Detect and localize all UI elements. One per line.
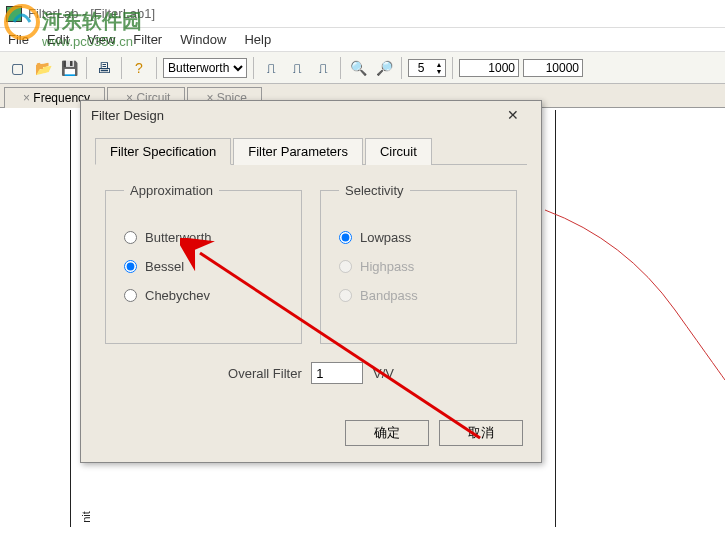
approximation-select[interactable]: Butterworth xyxy=(163,58,247,78)
radio-bandpass: Bandpass xyxy=(339,288,498,303)
spec-panel: Approximation Butterworth Bessel Chebych… xyxy=(95,165,527,396)
tab-filter-parameters[interactable]: Filter Parameters xyxy=(233,138,363,165)
menu-edit[interactable]: Edit xyxy=(47,32,69,47)
toolbar: ▢ 📂 💾 🖶 ? Butterworth ⎍ ⎍ ⎍ 🔍 🔎 5 ▲▼ xyxy=(0,52,725,84)
overall-filter-row: Overall Filter V/V xyxy=(105,362,517,384)
highpass-icon[interactable]: ⎍ xyxy=(286,57,308,79)
toolbar-print-icon[interactable]: 🖶 xyxy=(93,57,115,79)
overall-label: Overall Filter xyxy=(228,366,302,381)
toolbar-open-icon[interactable]: 📂 xyxy=(32,57,54,79)
toolbar-separator xyxy=(452,57,453,79)
freq2-input[interactable] xyxy=(523,59,583,77)
radio-bandpass-input xyxy=(339,289,352,302)
dialog-buttons: 确定 取消 xyxy=(81,410,541,462)
dialog-title: Filter Design xyxy=(91,108,164,123)
cancel-button[interactable]: 取消 xyxy=(439,420,523,446)
menu-filter[interactable]: Filter xyxy=(133,32,162,47)
zoom-out-icon[interactable]: 🔎 xyxy=(373,57,395,79)
radio-butterworth-input[interactable] xyxy=(124,231,137,244)
approximation-group: Approximation Butterworth Bessel Chebych… xyxy=(105,183,302,344)
plot-axis xyxy=(70,110,71,527)
radio-chebychev-input[interactable] xyxy=(124,289,137,302)
selectivity-group: Selectivity Lowpass Highpass Bandpass xyxy=(320,183,517,344)
order-spinner[interactable]: 5 ▲▼ xyxy=(408,59,446,77)
close-button[interactable]: ✕ xyxy=(495,104,531,126)
toolbar-separator xyxy=(121,57,122,79)
app-icon xyxy=(6,6,22,22)
toolbar-separator xyxy=(401,57,402,79)
toolbar-separator xyxy=(156,57,157,79)
zoom-in-icon[interactable]: 🔍 xyxy=(347,57,369,79)
toolbar-new-icon[interactable]: ▢ xyxy=(6,57,28,79)
toolbar-separator xyxy=(340,57,341,79)
radio-butterworth[interactable]: Butterworth xyxy=(124,230,283,245)
dialog-title-bar: Filter Design ✕ xyxy=(81,101,541,129)
response-curve xyxy=(545,200,725,380)
radio-bessel[interactable]: Bessel xyxy=(124,259,283,274)
overall-unit: V/V xyxy=(373,366,394,381)
freq1-input[interactable] xyxy=(459,59,519,77)
menu-bar: File Edit View Filter Window Help xyxy=(0,28,725,52)
radio-chebychev[interactable]: Chebychev xyxy=(124,288,283,303)
overall-filter-input[interactable] xyxy=(311,362,363,384)
radio-bessel-input[interactable] xyxy=(124,260,137,273)
toolbar-separator xyxy=(253,57,254,79)
dialog-tabs: Filter Specification Filter Parameters C… xyxy=(95,137,527,165)
tab-filter-specification[interactable]: Filter Specification xyxy=(95,138,231,165)
ok-button[interactable]: 确定 xyxy=(345,420,429,446)
toolbar-help-icon[interactable]: ? xyxy=(128,57,150,79)
menu-file[interactable]: File xyxy=(8,32,29,47)
bandpass-icon[interactable]: ⎍ xyxy=(312,57,334,79)
window-title-bar: FilterLab - [FilterLab1] xyxy=(0,0,725,28)
approximation-legend: Approximation xyxy=(124,183,219,198)
menu-help[interactable]: Help xyxy=(244,32,271,47)
menu-window[interactable]: Window xyxy=(180,32,226,47)
radio-highpass-input xyxy=(339,260,352,273)
tab-circuit[interactable]: Circuit xyxy=(365,138,432,165)
window-title: FilterLab - [FilterLab1] xyxy=(28,6,155,21)
lowpass-icon[interactable]: ⎍ xyxy=(260,57,282,79)
filter-design-dialog: Filter Design ✕ Filter Specification Fil… xyxy=(80,100,542,463)
menu-view[interactable]: View xyxy=(87,32,115,47)
toolbar-save-icon[interactable]: 💾 xyxy=(58,57,80,79)
y-axis-label: nit xyxy=(80,511,92,523)
radio-lowpass-input[interactable] xyxy=(339,231,352,244)
spinner-value: 5 xyxy=(409,61,433,75)
radio-lowpass[interactable]: Lowpass xyxy=(339,230,498,245)
radio-highpass: Highpass xyxy=(339,259,498,274)
selectivity-legend: Selectivity xyxy=(339,183,410,198)
spinner-arrows-icon[interactable]: ▲▼ xyxy=(433,60,445,76)
toolbar-separator xyxy=(86,57,87,79)
